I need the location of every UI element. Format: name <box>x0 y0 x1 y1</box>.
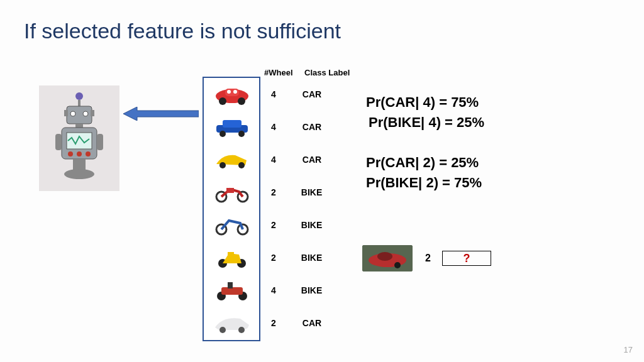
data-row: 4 CAR <box>204 113 321 141</box>
class-value: CAR <box>303 318 321 328</box>
class-value: BIKE <box>301 285 322 295</box>
robot-illustration <box>39 85 119 191</box>
class-value: BIKE <box>301 220 322 230</box>
header-wheel: #Wheel <box>264 68 293 77</box>
svg-rect-13 <box>55 134 62 150</box>
svg-point-0 <box>75 92 83 100</box>
svg-rect-9 <box>67 133 92 149</box>
svg-rect-1 <box>78 100 80 106</box>
svg-point-43 <box>238 327 245 333</box>
svg-rect-37 <box>228 252 234 258</box>
question-mark-icon: ? <box>463 252 470 265</box>
wheel-value: 4 <box>271 89 276 99</box>
svg-point-20 <box>238 97 245 105</box>
arrow-left-icon <box>123 107 199 121</box>
test-sample-row: 2 ? <box>362 245 491 272</box>
page-number: 17 <box>624 345 633 354</box>
vehicle-thumb <box>207 211 257 239</box>
svg-point-47 <box>394 262 401 268</box>
svg-rect-41 <box>228 282 233 288</box>
svg-point-29 <box>238 162 245 168</box>
svg-rect-32 <box>226 188 234 193</box>
svg-rect-6 <box>91 110 94 116</box>
data-row: 4 BIKE <box>204 277 322 304</box>
svg-point-42 <box>219 327 226 333</box>
svg-point-4 <box>83 111 88 116</box>
test-wheel-value: 2 <box>425 253 431 264</box>
vehicle-thumb <box>207 244 257 272</box>
vehicle-thumb <box>207 146 257 173</box>
wheel-value: 2 <box>271 318 276 328</box>
test-vehicle-thumb <box>362 245 413 272</box>
svg-point-3 <box>70 111 75 116</box>
svg-rect-14 <box>97 134 103 150</box>
class-value: BIKE <box>301 253 322 263</box>
wheel-value: 2 <box>271 253 276 263</box>
svg-point-26 <box>219 131 226 137</box>
wheel-value: 2 <box>271 220 276 230</box>
svg-point-12 <box>86 151 91 156</box>
wheel-value: 4 <box>271 122 276 132</box>
vehicle-thumb <box>207 309 257 337</box>
data-row: 4 CAR <box>204 146 321 173</box>
wheel-value: 4 <box>271 285 276 295</box>
svg-point-22 <box>227 90 231 94</box>
svg-marker-17 <box>123 107 199 121</box>
class-value: CAR <box>303 122 321 132</box>
svg-point-27 <box>238 131 245 137</box>
prob-car-4: Pr(CAR| 4) = 75% <box>366 94 479 111</box>
test-result-box: ? <box>442 251 491 266</box>
svg-point-19 <box>219 97 226 105</box>
prob-bike-4: Pr(BIKE| 4) = 25% <box>369 114 484 131</box>
wheel-value: 4 <box>271 155 276 165</box>
data-row: 4 CAR <box>204 80 321 108</box>
prob-bike-2: Pr(BIKE| 2) = 75% <box>366 175 482 191</box>
data-row: 2 BIKE <box>204 211 322 239</box>
class-value: CAR <box>303 155 321 165</box>
slide-title: If selected feature is not sufficient <box>24 19 341 43</box>
svg-point-16 <box>64 169 94 179</box>
class-value: BIKE <box>301 187 322 197</box>
svg-point-10 <box>68 151 73 156</box>
vehicle-thumb <box>207 113 257 141</box>
wheel-value: 2 <box>271 187 276 197</box>
class-value: CAR <box>303 89 321 99</box>
svg-point-28 <box>219 162 226 168</box>
vehicle-thumb <box>207 80 257 108</box>
svg-rect-7 <box>75 124 83 128</box>
svg-point-23 <box>233 90 237 94</box>
header-class: Class Label <box>304 68 350 77</box>
svg-rect-25 <box>223 120 242 128</box>
svg-rect-5 <box>64 110 68 116</box>
vehicle-thumb <box>207 178 257 206</box>
data-row: 2 BIKE <box>204 178 322 206</box>
data-row: 2 CAR <box>204 309 321 337</box>
prob-car-2: Pr(CAR| 2) = 25% <box>366 155 479 171</box>
svg-point-46 <box>377 252 392 261</box>
vehicle-thumb <box>207 277 257 304</box>
svg-rect-15 <box>73 159 86 170</box>
svg-point-11 <box>77 151 82 156</box>
data-row: 2 BIKE <box>204 244 322 272</box>
